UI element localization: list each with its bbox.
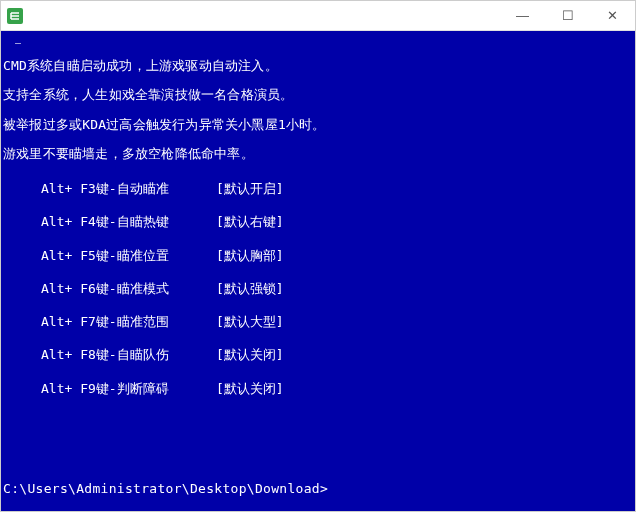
terminal-message: 被举报过多或KDA过高会触发行为异常关小黑屋1小时。 xyxy=(1,114,635,143)
close-button[interactable]: ✕ xyxy=(590,1,635,30)
hotkey-key: Alt+ F8键-自瞄队伤 xyxy=(41,347,216,363)
hotkey-row: Alt+ F6键-瞄准模式 [默认强锁] xyxy=(41,276,635,309)
hotkey-default: [默认大型] xyxy=(216,314,284,330)
hotkey-row: Alt+ F7键-瞄准范围 [默认大型] xyxy=(41,309,635,342)
terminal-message: 游戏里不要瞄墙走，多放空枪降低命中率。 xyxy=(1,143,635,172)
hotkey-key: Alt+ F3键-自动瞄准 xyxy=(41,181,216,197)
terminal-message: CMD系统自瞄启动成功，上游戏驱动自动注入。 xyxy=(1,55,635,84)
terminal-top-token: — xyxy=(15,37,21,50)
hotkey-default: [默认关闭] xyxy=(216,347,284,363)
hotkey-key: Alt+ F7键-瞄准范围 xyxy=(41,314,216,330)
hotkey-row: Alt+ F5键-瞄准位置 [默认胸部] xyxy=(41,243,635,276)
window: — ☐ ✕ — CMD系统自瞄启动成功，上游戏驱动自动注入。 支持全系统，人生如… xyxy=(0,0,636,512)
terminal-message: 支持全系统，人生如戏全靠演技做一名合格演员。 xyxy=(1,84,635,113)
hotkey-default: [默认胸部] xyxy=(216,248,284,264)
terminal-body: CMD系统自瞄启动成功，上游戏驱动自动注入。 支持全系统，人生如戏全靠演技做一名… xyxy=(1,49,635,409)
hotkey-row: Alt+ F8键-自瞄队伤 [默认关闭] xyxy=(41,342,635,375)
hotkey-default: [默认关闭] xyxy=(216,381,284,397)
hotkey-row: Alt+ F9键-判断障碍 [默认关闭] xyxy=(41,376,635,409)
titlebar[interactable]: — ☐ ✕ xyxy=(1,1,635,31)
app-icon-wrap xyxy=(1,2,29,30)
app-icon xyxy=(7,8,23,24)
maximize-button[interactable]: ☐ xyxy=(545,1,590,30)
hotkey-key: Alt+ F6键-瞄准模式 xyxy=(41,281,216,297)
hotkey-default: [默认右键] xyxy=(216,214,284,230)
window-controls: — ☐ ✕ xyxy=(500,1,635,30)
hotkey-default: [默认强锁] xyxy=(216,281,284,297)
hotkey-row: Alt+ F3键-自动瞄准 [默认开启] xyxy=(41,176,635,209)
terminal[interactable]: — CMD系统自瞄启动成功，上游戏驱动自动注入。 支持全系统，人生如戏全靠演技做… xyxy=(1,31,635,511)
hotkey-key: Alt+ F9键-判断障碍 xyxy=(41,381,216,397)
hotkey-default: [默认开启] xyxy=(216,181,284,197)
minimize-button[interactable]: — xyxy=(500,1,545,30)
terminal-top-strip: — xyxy=(1,31,635,49)
terminal-prompt[interactable]: C:\Users\Administrator\Desktop\Download> xyxy=(3,481,328,497)
hotkey-row: Alt+ F4键-自瞄热键 [默认右键] xyxy=(41,209,635,242)
hotkey-block: Alt+ F3键-自动瞄准 [默认开启] Alt+ F4键-自瞄热键 [默认右键… xyxy=(1,172,635,409)
hotkey-key: Alt+ F5键-瞄准位置 xyxy=(41,248,216,264)
hotkey-key: Alt+ F4键-自瞄热键 xyxy=(41,214,216,230)
